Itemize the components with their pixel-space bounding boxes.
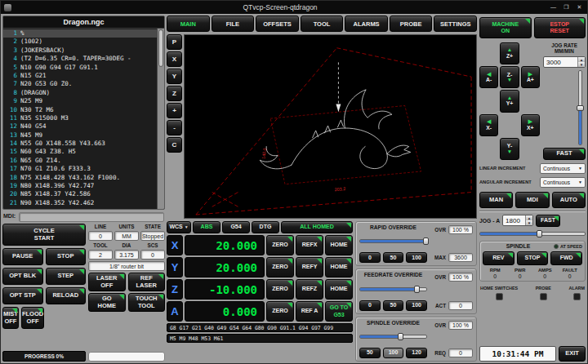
tab-probe[interactable]: PROBE (390, 16, 433, 32)
gcode-line[interactable]: 3(JOKERSBACK) (3, 47, 157, 55)
goto-g53-button[interactable]: GO TO G53 (325, 301, 353, 322)
ref-x-button[interactable]: REFX (296, 235, 323, 255)
tab-tool[interactable]: TOOL (301, 16, 344, 32)
dtg-display-button[interactable]: DTG (252, 221, 279, 233)
optional-stop-button[interactable]: OPT STP (2, 287, 43, 304)
rapid-override-0-button[interactable]: 0 (359, 252, 381, 263)
jog-a-rate-slider[interactable] (479, 230, 586, 237)
jog-a-rate-spinbox[interactable]: 1800 ▲ ▼ (502, 215, 533, 226)
gcode-line[interactable]: 7N20 G53 G0 Z0. (3, 80, 157, 88)
step-button[interactable]: STEP (46, 268, 87, 285)
jog-a-minus-button[interactable]: ◀A- (479, 66, 498, 88)
tab-file[interactable]: FILE (212, 16, 255, 32)
jog-rate-spinbox[interactable]: 3000 ▲ ▼ (543, 56, 586, 68)
jog-z-minus-button[interactable]: Z-▼ (500, 66, 519, 88)
spindle-stop-button[interactable]: STOP (517, 251, 549, 265)
feedrate-override-100-button[interactable]: 100 (406, 300, 427, 311)
close-button[interactable]: ✕ (575, 2, 584, 12)
slider-handle[interactable] (414, 286, 420, 293)
gcode-line[interactable]: 6N15 G21 (3, 72, 157, 80)
linear-increment-select[interactable]: Continuous ▼ (540, 163, 586, 174)
gcode-line[interactable]: 16N65 G0 Z14. (3, 157, 157, 165)
rapid-override-50-button[interactable]: 50 (383, 252, 404, 263)
tab-offsets[interactable]: OFFSETS (256, 16, 299, 32)
mode-auto-button[interactable]: AUTO (552, 192, 586, 208)
gcode-listing[interactable]: 1% 2(1002) 3(JOKERSBACK) 4(T2 D=6.35 CR=… (3, 29, 157, 209)
zero-x-button[interactable]: ZERO (266, 235, 294, 255)
minimize-button[interactable]: — (549, 2, 558, 12)
wcs-selector[interactable]: WCS ▼ (167, 221, 191, 233)
flood-button[interactable]: FLOOD OFF (21, 307, 44, 329)
gcode-line[interactable]: 13N45 M9 (3, 131, 157, 140)
feedrate-override-0-button[interactable]: 0 (359, 300, 381, 311)
gcode-line[interactable]: 20N85 X148.37 Y42.586 (3, 190, 157, 198)
jog-a-plus-button[interactable]: ▶A+ (521, 66, 540, 88)
laser-button[interactable]: LASER OFF (88, 273, 126, 291)
preview-3d-canvas[interactable]: 203.2 140.0 (184, 34, 477, 219)
mode-manual-button[interactable]: MAN (479, 192, 513, 208)
ref-a-button[interactable]: REF A (296, 301, 323, 322)
touch-tool-button[interactable]: TOUCH TOOL (128, 293, 166, 312)
gcode-scrollbar-thumb[interactable] (158, 29, 163, 67)
gcode-scrollbar[interactable] (157, 29, 164, 209)
optional-block-button[interactable]: OPT BLK (2, 268, 43, 285)
home-x-button[interactable]: HOME (325, 235, 353, 255)
machine-on-button[interactable]: MACHINE ON (479, 17, 532, 38)
gcode-line[interactable]: 2(1002) (3, 38, 157, 46)
clear-plot-button[interactable]: C (167, 137, 182, 153)
gcode-line[interactable]: 10N30 T2 M6 (3, 106, 157, 114)
slider-handle[interactable] (537, 230, 542, 237)
ref-z-button[interactable]: REFZ (296, 279, 323, 300)
zoom-in-button[interactable]: + (167, 103, 182, 118)
jog-rate-slider[interactable] (577, 70, 584, 145)
exit-button[interactable]: EXIT (559, 346, 586, 362)
gcode-line[interactable]: 18N75 X148.428 Y43.162 F1000. (3, 174, 157, 182)
rapid-override-slider[interactable] (359, 237, 427, 245)
ref-y-button[interactable]: REFY (296, 257, 323, 277)
stop-button[interactable]: STOP (46, 248, 87, 265)
zero-a-button[interactable]: ZERO (266, 301, 294, 322)
view-x-button[interactable]: X (167, 51, 182, 67)
gcode-line[interactable]: 17N70 G1 Z10.6 F333.3 (3, 165, 157, 173)
zero-z-button[interactable]: ZERO (266, 279, 294, 300)
view-y-button[interactable]: Y (167, 69, 182, 84)
estop-reset-button[interactable]: ESTOP RESET (534, 17, 586, 38)
tab-settings[interactable]: SETTINGS (434, 16, 477, 32)
gcode-line[interactable]: 4(T2 D=6.35 CR=0. TAPER=30DEG - (3, 55, 157, 63)
mist-button[interactable]: MIST OFF (2, 307, 19, 329)
spindle-override-50-button[interactable]: 50 (359, 348, 381, 358)
maximize-button[interactable]: ❐ (562, 2, 571, 12)
cycle-start-button[interactable]: CYCLE START (2, 224, 86, 246)
spin-down-icon[interactable]: ▼ (526, 220, 532, 225)
home-y-button[interactable]: HOME (325, 257, 353, 277)
gcode-line[interactable]: 1% (3, 29, 157, 38)
zero-y-button[interactable]: ZERO (266, 257, 294, 277)
slider-handle[interactable] (423, 237, 429, 245)
spindle-reverse-button[interactable]: REV (483, 251, 514, 265)
view-z-button[interactable]: Z (167, 86, 182, 101)
angular-increment-select[interactable]: Continuous ▼ (540, 177, 586, 188)
gcode-line[interactable]: 11N35 S15000 M3 (3, 114, 157, 122)
mdi-input[interactable] (19, 212, 164, 222)
g54-display-button[interactable]: G54 (222, 221, 250, 233)
jog-x-plus-button[interactable]: ▶X+ (521, 114, 540, 136)
abs-display-button[interactable]: ABS (193, 221, 220, 233)
spin-down-icon[interactable]: ▼ (578, 62, 585, 67)
slider-handle[interactable] (398, 333, 403, 340)
jog-a-fast-button[interactable]: FAST (536, 215, 560, 227)
spindle-forward-button[interactable]: FWD (550, 251, 582, 265)
slider-handle[interactable] (577, 105, 584, 111)
jog-y-minus-button[interactable]: Y-▼ (500, 138, 519, 160)
gcode-line[interactable]: 8(DRAGON) (3, 89, 157, 97)
ref-laser-button[interactable]: REF LASER (128, 273, 166, 291)
rapid-override-100-button[interactable]: 100 (406, 252, 427, 263)
gcode-line[interactable]: 14N55 G0 X148.558 Y43.663 (3, 140, 157, 148)
pause-button[interactable]: PAUSE (2, 248, 43, 265)
home-z-button[interactable]: HOME (325, 279, 353, 300)
feedrate-override-slider[interactable] (359, 286, 427, 293)
mode-mdi-button[interactable]: MDI (515, 192, 549, 208)
go-home-button[interactable]: GO HOME (88, 293, 126, 312)
spindle-override-120-button[interactable]: 120 (406, 348, 427, 358)
spindle-override-100-button[interactable]: 100 (383, 348, 404, 358)
jog-x-minus-button[interactable]: ◀X- (479, 114, 498, 136)
